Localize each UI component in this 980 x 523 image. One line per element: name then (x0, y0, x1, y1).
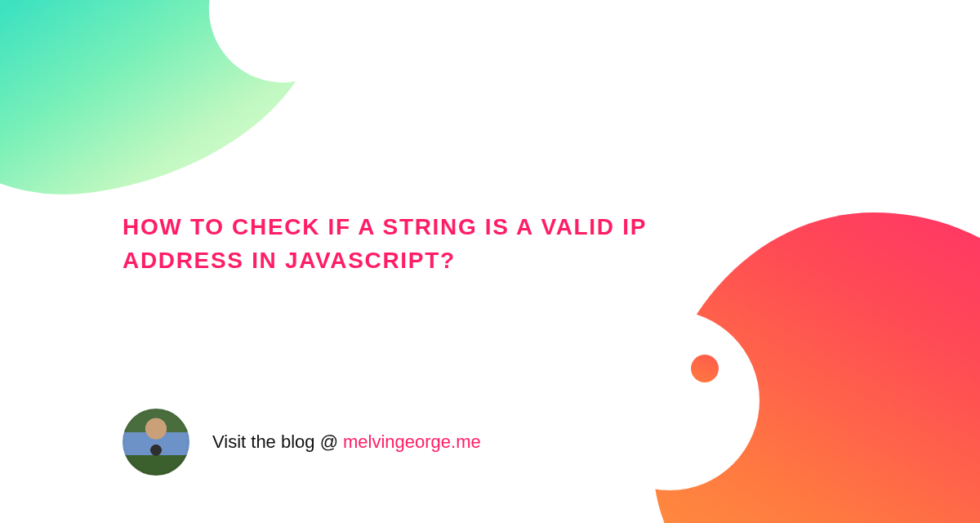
author-avatar (122, 409, 189, 476)
blog-card: HOW TO CHECK IF A STRING IS A VALID IP A… (0, 0, 980, 523)
decorative-dot (691, 355, 719, 382)
post-title: HOW TO CHECK IF A STRING IS A VALID IP A… (122, 211, 710, 277)
visit-blog-text: Visit the blog @ melvingeorge.me (212, 431, 481, 453)
blog-link[interactable]: melvingeorge.me (343, 431, 481, 453)
visit-prefix: Visit the blog @ (212, 431, 338, 453)
author-row: Visit the blog @ melvingeorge.me (122, 409, 481, 476)
decorative-blob-top-left (0, 0, 345, 216)
